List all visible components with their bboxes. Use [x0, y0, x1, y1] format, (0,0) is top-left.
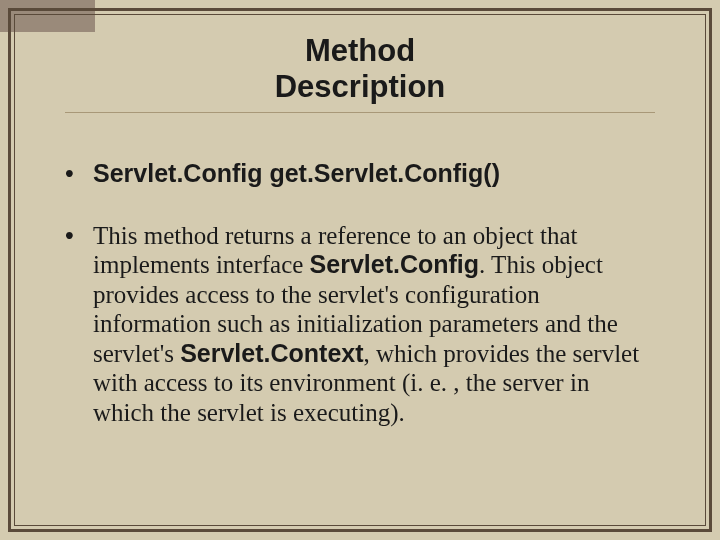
desc-keyword-1: Servlet.Config	[310, 250, 479, 278]
bullet-description: • This method returns a reference to an …	[65, 221, 655, 428]
desc-keyword-2: Servlet.Context	[180, 339, 363, 367]
bullet-dot-icon: •	[65, 221, 93, 428]
title-divider	[65, 112, 655, 113]
title-line-2: Description	[275, 69, 446, 104]
slide: Method Description • Servlet.Config get.…	[0, 0, 720, 540]
method-signature: Servlet.Config get.Servlet.Config()	[93, 159, 655, 189]
outer-frame: Method Description • Servlet.Config get.…	[8, 8, 712, 532]
bullet-method: • Servlet.Config get.Servlet.Config()	[65, 159, 655, 189]
method-description: This method returns a reference to an ob…	[93, 221, 655, 428]
inner-frame: Method Description • Servlet.Config get.…	[14, 14, 706, 526]
bullet-dot-icon: •	[65, 159, 93, 189]
slide-body: • Servlet.Config get.Servlet.Config() • …	[65, 159, 655, 427]
title-line-1: Method	[305, 33, 415, 68]
slide-title: Method Description	[65, 33, 655, 104]
